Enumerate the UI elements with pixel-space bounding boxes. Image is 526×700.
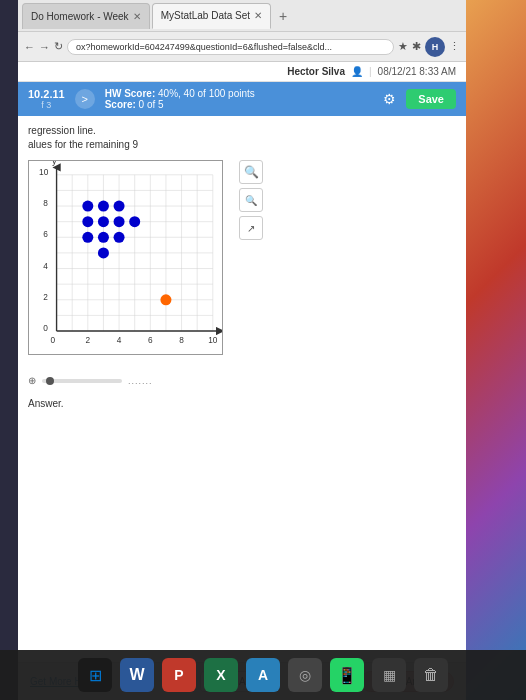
slider-track[interactable] xyxy=(42,379,122,383)
tab-new-button[interactable]: + xyxy=(273,6,293,26)
dot-2-6[interactable] xyxy=(82,232,93,243)
scatter-chart[interactable]: 0 2 4 6 8 10 x 0 2 4 6 8 10 y xyxy=(28,160,223,355)
trash-icon[interactable]: 🗑 xyxy=(414,658,448,692)
zoom-out-button[interactable]: 🔍 xyxy=(239,188,263,212)
answer-area: Answer. xyxy=(28,398,456,409)
dot-4-8[interactable] xyxy=(114,201,125,212)
section-sub: f 3 xyxy=(41,100,51,110)
url-input[interactable]: ox?homeworkId=604247499&questionId=6&flu… xyxy=(67,39,394,55)
tab-close-homework[interactable]: ✕ xyxy=(133,11,141,22)
user-profile-icon[interactable]: 👤 xyxy=(351,66,363,77)
svg-text:6: 6 xyxy=(43,230,48,239)
score-info: HW Score: 40%, 40 of 100 points Score: 0… xyxy=(105,88,374,110)
expand-button[interactable]: ↗ xyxy=(239,216,263,240)
bookmark-icon[interactable]: ★ xyxy=(398,40,408,53)
divider: | xyxy=(369,66,372,77)
slider-area: ⊕ ....... xyxy=(28,375,456,386)
word-icon[interactable]: W xyxy=(120,658,154,692)
app-store-icon[interactable]: A xyxy=(246,658,280,692)
save-button[interactable]: Save xyxy=(406,89,456,109)
chart-tools: 🔍 🔍 ↗ xyxy=(239,160,263,240)
browser-frame: Do Homework - Week ✕ MyStatLab Data Set … xyxy=(18,0,466,700)
chevron-button[interactable]: > xyxy=(75,89,95,109)
user-avatar-small[interactable]: H xyxy=(425,37,445,57)
timestamp: 08/12/21 8:33 AM xyxy=(378,66,456,77)
main-content: regression line. alues for the remaining… xyxy=(18,116,466,662)
menu-icon[interactable]: ⋮ xyxy=(449,40,460,53)
slider-icon: ⊕ xyxy=(28,375,36,386)
whatsapp-icon[interactable]: 📱 xyxy=(330,658,364,692)
svg-text:8: 8 xyxy=(179,336,184,345)
extension-icon[interactable]: ✱ xyxy=(412,40,421,53)
svg-text:8: 8 xyxy=(43,199,48,208)
slider-dots: ....... xyxy=(128,376,153,386)
svg-text:0: 0 xyxy=(51,336,56,345)
chart-wrapper: 0 2 4 6 8 10 x 0 2 4 6 8 10 y xyxy=(28,160,223,359)
dot-3-7[interactable] xyxy=(98,216,109,227)
excel-icon[interactable]: X xyxy=(204,658,238,692)
gear-icon[interactable]: ⚙ xyxy=(383,91,396,107)
url-bar: ← → ↻ ox?homeworkId=604247499&questionId… xyxy=(18,32,466,62)
score-bar: 10.2.11 f 3 > HW Score: 40%, 40 of 100 p… xyxy=(18,82,466,116)
content-left: regression line. alues for the remaining… xyxy=(28,124,456,654)
dot-5-7[interactable] xyxy=(129,216,140,227)
user-name: Hector Silva xyxy=(287,66,345,77)
section-label: 10.2.11 xyxy=(28,88,65,100)
siri-icon[interactable]: ◎ xyxy=(288,658,322,692)
svg-text:2: 2 xyxy=(86,336,91,345)
finder-icon[interactable]: ▦ xyxy=(372,658,406,692)
dot-2-7[interactable] xyxy=(82,216,93,227)
dot-3-6[interactable] xyxy=(98,232,109,243)
svg-text:4: 4 xyxy=(117,336,122,345)
svg-text:4: 4 xyxy=(43,262,48,271)
dot-4-7[interactable] xyxy=(114,216,125,227)
back-icon[interactable]: ← xyxy=(24,41,35,53)
instruction-text: regression line. alues for the remaining… xyxy=(28,124,456,152)
info-bar: Hector Silva 👤 | 08/12/21 8:33 AM xyxy=(18,62,466,82)
tab-bar: Do Homework - Week ✕ MyStatLab Data Set … xyxy=(18,0,466,32)
forward-icon[interactable]: → xyxy=(39,41,50,53)
svg-text:0: 0 xyxy=(43,324,48,333)
zoom-in-button[interactable]: 🔍 xyxy=(239,160,263,184)
dot-3-5[interactable] xyxy=(98,247,109,258)
svg-text:10: 10 xyxy=(208,336,218,345)
dot-3-8[interactable] xyxy=(98,201,109,212)
svg-text:10: 10 xyxy=(39,168,49,177)
answer-label: Answer. xyxy=(28,398,64,409)
svg-text:y: y xyxy=(52,160,57,166)
tab-close-mystatlab[interactable]: ✕ xyxy=(254,10,262,21)
svg-text:2: 2 xyxy=(43,293,48,302)
bg-left xyxy=(0,0,18,700)
refresh-icon[interactable]: ↻ xyxy=(54,40,63,53)
windows-icon[interactable]: ⊞ xyxy=(78,658,112,692)
taskbar: ⊞ W P X A ◎ 📱 ▦ 🗑 xyxy=(0,650,526,700)
powerpoint-icon[interactable]: P xyxy=(162,658,196,692)
dot-2-8[interactable] xyxy=(82,201,93,212)
dot-7-2[interactable] xyxy=(160,294,171,305)
bg-right xyxy=(466,0,526,700)
tab-mystatlab[interactable]: MyStatLab Data Set ✕ xyxy=(152,3,272,29)
svg-text:6: 6 xyxy=(148,336,153,345)
slider-thumb[interactable] xyxy=(46,377,54,385)
dot-4-6[interactable] xyxy=(114,232,125,243)
tab-homework[interactable]: Do Homework - Week ✕ xyxy=(22,3,150,29)
